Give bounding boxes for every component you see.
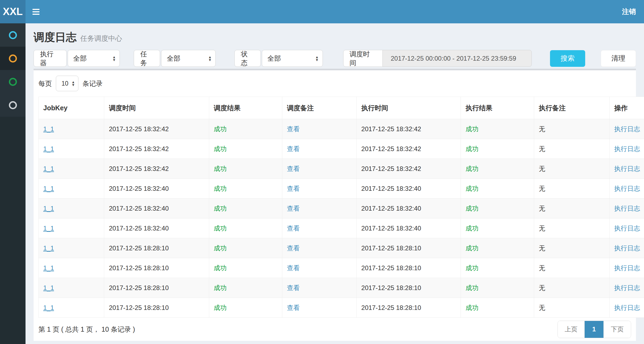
execution-log-link[interactable]: 执行日志 <box>614 205 640 212</box>
execution-log-link[interactable]: 执行日志 <box>614 145 640 152</box>
sidebar <box>0 23 26 344</box>
table-cell: 成功 <box>209 298 282 318</box>
table-cell: 无 <box>534 139 610 159</box>
view-trigger-msg-link[interactable]: 查看 <box>287 264 300 272</box>
table-row: 1_12017-12-25 18:28:10成功查看2017-12-25 18:… <box>39 258 644 278</box>
table-cell: 无 <box>534 159 610 179</box>
result-status-text: 成功 <box>214 165 227 172</box>
execution-log-link[interactable]: 执行日志 <box>614 264 640 272</box>
table-cell: 成功 <box>461 218 534 238</box>
clear-button[interactable]: 清理 <box>601 50 636 67</box>
table-cell: 1_1 <box>39 278 104 298</box>
next-page-button[interactable]: 下页 <box>603 321 631 338</box>
per-page-prefix-label: 每页 <box>38 79 52 88</box>
circle-icon <box>9 54 17 63</box>
select-arrows-icon: ▲▼ <box>113 56 116 61</box>
table-cell: 查看 <box>282 278 357 298</box>
execution-log-link[interactable]: 执行日志 <box>614 244 640 252</box>
view-trigger-msg-link[interactable]: 查看 <box>287 304 300 311</box>
jobkey-link[interactable]: 1_1 <box>43 185 54 192</box>
per-page-select[interactable]: 10 ▲▼ <box>56 76 78 91</box>
column-header-8: 操作 <box>610 97 644 119</box>
table-row: 1_12017-12-25 18:28:10成功查看2017-12-25 18:… <box>39 298 644 318</box>
view-trigger-msg-link[interactable]: 查看 <box>287 284 300 291</box>
circle-icon <box>9 78 17 86</box>
execution-log-link[interactable]: 执行日志 <box>614 185 640 192</box>
sidebar-item-4[interactable] <box>0 93 26 117</box>
sidebar-item-1[interactable] <box>0 23 26 47</box>
prev-page-button[interactable]: 上页 <box>558 321 585 338</box>
time-range-input[interactable]: 2017-12-25 00:00:00 - 2017-12-25 23:59:5… <box>383 50 532 67</box>
executor-filter-value: 全部 <box>73 54 87 63</box>
cell-text: 2017-12-25 18:28:10 <box>361 284 421 291</box>
search-button[interactable]: 搜索 <box>550 50 585 67</box>
table-cell: 查看 <box>282 258 357 278</box>
select-arrows-icon: ▲▼ <box>315 56 319 61</box>
page-subtitle: 任务调度中心 <box>80 34 122 43</box>
table-cell: 2017-12-25 18:28:10 <box>104 258 209 278</box>
sidebar-item-3[interactable] <box>0 70 26 93</box>
view-trigger-msg-link[interactable]: 查看 <box>287 185 300 192</box>
table-cell: 查看 <box>282 159 357 179</box>
table-cell: 执行日志 <box>610 159 644 179</box>
table-cell: 2017-12-25 18:32:40 <box>104 199 209 218</box>
jobkey-link[interactable]: 1_1 <box>43 145 54 152</box>
table-cell: 无 <box>534 179 610 199</box>
execution-log-link[interactable]: 执行日志 <box>614 284 640 291</box>
view-trigger-msg-link[interactable]: 查看 <box>287 145 300 152</box>
jobkey-link[interactable]: 1_1 <box>43 284 54 291</box>
sidebar-item-2-active[interactable] <box>0 47 26 70</box>
table-cell: 成功 <box>461 298 534 318</box>
result-status-text: 成功 <box>214 145 227 152</box>
sidebar-toggle-hamburger-icon[interactable] <box>32 9 39 15</box>
execution-log-link[interactable]: 执行日志 <box>614 225 640 232</box>
executor-filter-select[interactable]: 全部 ▲▼ <box>68 50 120 67</box>
column-header-5: 执行时间 <box>357 97 461 119</box>
status-filter-select[interactable]: 全部 ▲▼ <box>262 50 323 67</box>
execution-log-link[interactable]: 执行日志 <box>614 125 640 133</box>
logout-link[interactable]: 注销 <box>622 7 636 16</box>
jobkey-link[interactable]: 1_1 <box>43 244 54 252</box>
execution-log-link[interactable]: 执行日志 <box>614 165 640 172</box>
cell-text: 2017-12-25 18:28:10 <box>109 264 169 272</box>
executor-filter-label: 执行器 <box>34 50 67 67</box>
jobkey-link[interactable]: 1_1 <box>43 165 54 172</box>
log-table-panel: 每页 10 ▲▼ 条记录 JobKey调度时间调度结果调度备注执行时间执行结果执… <box>34 69 636 341</box>
execution-log-link[interactable]: 执行日志 <box>614 304 640 311</box>
cell-text: 无 <box>539 205 545 212</box>
table-cell: 2017-12-25 18:28:10 <box>104 238 209 258</box>
table-cell: 执行日志 <box>610 238 644 258</box>
job-filter-select[interactable]: 全部 ▲▼ <box>161 50 216 67</box>
filter-time-group: 调度时间 2017-12-25 00:00:00 - 2017-12-25 23… <box>343 50 532 67</box>
table-cell: 成功 <box>209 119 282 139</box>
jobkey-link[interactable]: 1_1 <box>43 125 54 133</box>
table-cell: 成功 <box>209 199 282 218</box>
table-cell: 2017-12-25 18:28:10 <box>357 298 461 318</box>
view-trigger-msg-link[interactable]: 查看 <box>287 205 300 212</box>
jobkey-link[interactable]: 1_1 <box>43 205 54 212</box>
table-cell: 成功 <box>461 238 534 258</box>
table-cell: 成功 <box>461 119 534 139</box>
cell-text: 无 <box>539 304 545 311</box>
jobkey-link[interactable]: 1_1 <box>43 264 54 272</box>
current-page-button[interactable]: 1 <box>585 321 603 338</box>
table-cell: 2017-12-25 18:32:40 <box>104 218 209 238</box>
view-trigger-msg-link[interactable]: 查看 <box>287 165 300 172</box>
cell-text: 2017-12-25 18:28:10 <box>109 284 169 291</box>
cell-text: 无 <box>539 225 545 232</box>
table-cell: 成功 <box>461 159 534 179</box>
table-cell: 2017-12-25 18:32:42 <box>104 119 209 139</box>
result-status-text: 成功 <box>465 185 478 192</box>
cell-text: 无 <box>539 185 545 192</box>
table-row: 1_12017-12-25 18:32:42成功查看2017-12-25 18:… <box>39 139 644 159</box>
view-trigger-msg-link[interactable]: 查看 <box>287 125 300 133</box>
view-trigger-msg-link[interactable]: 查看 <box>287 225 300 232</box>
view-trigger-msg-link[interactable]: 查看 <box>287 244 300 252</box>
table-cell: 成功 <box>461 199 534 218</box>
jobkey-link[interactable]: 1_1 <box>43 225 54 232</box>
table-cell: 成功 <box>461 258 534 278</box>
result-status-text: 成功 <box>214 225 227 232</box>
table-row: 1_12017-12-25 18:32:42成功查看2017-12-25 18:… <box>39 119 644 139</box>
cell-text: 2017-12-25 18:28:10 <box>361 304 421 311</box>
jobkey-link[interactable]: 1_1 <box>43 304 54 311</box>
